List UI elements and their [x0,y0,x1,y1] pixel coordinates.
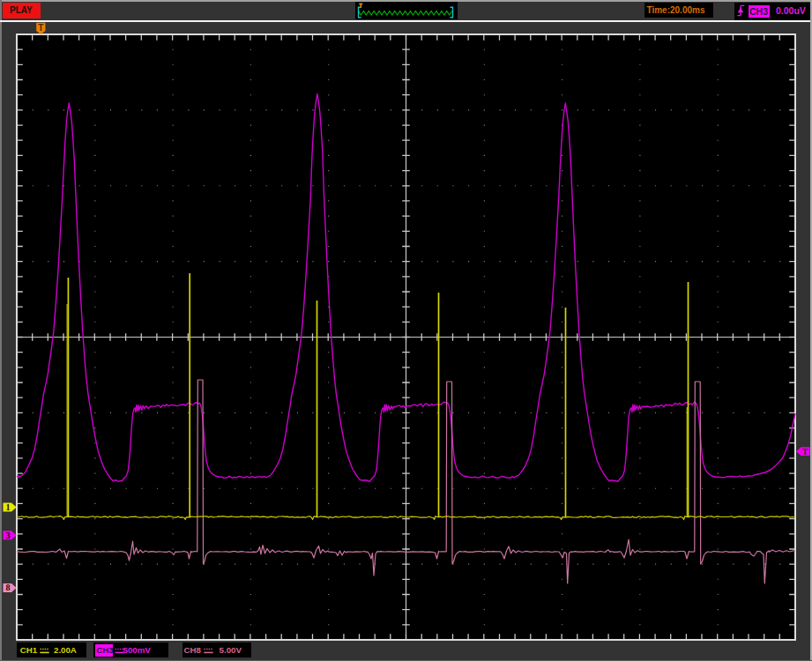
svg-text:T: T [802,447,808,457]
svg-text:3: 3 [6,531,11,540]
svg-text:8: 8 [6,583,11,592]
svg-text:1: 1 [6,502,11,512]
svg-text:T: T [38,23,43,33]
